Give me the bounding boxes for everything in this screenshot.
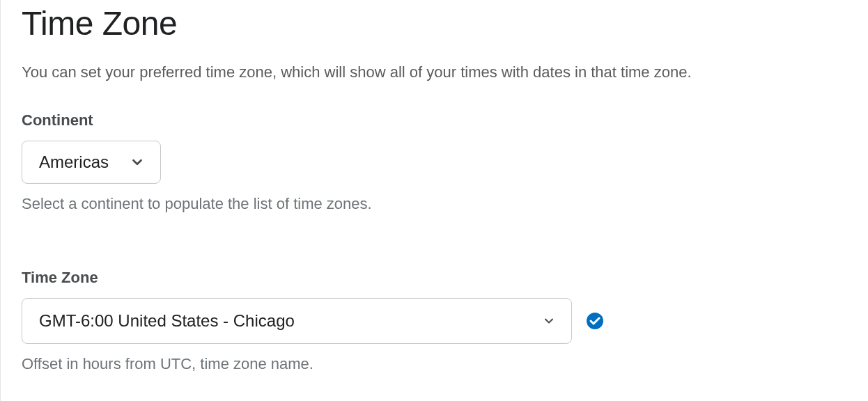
timezone-help-text: Offset in hours from UTC, time zone name…	[22, 355, 868, 373]
continent-field-group: Continent Americas Select a continent to…	[22, 111, 868, 213]
chevron-down-icon	[542, 314, 556, 328]
continent-help-text: Select a continent to populate the list …	[22, 195, 868, 213]
timezone-select-value: GMT-6:00 United States - Chicago	[39, 311, 542, 331]
timezone-select[interactable]: GMT-6:00 United States - Chicago	[22, 298, 572, 344]
continent-select-value: Americas	[39, 152, 116, 172]
timezone-description: You can set your preferred time zone, wh…	[22, 62, 868, 84]
confirm-badge-icon	[586, 312, 604, 330]
page-title: Time Zone	[22, 4, 868, 42]
timezone-label: Time Zone	[22, 269, 868, 287]
continent-label: Continent	[22, 111, 868, 129]
chevron-down-icon	[130, 155, 145, 170]
continent-select[interactable]: Americas	[22, 141, 161, 184]
timezone-field-group: Time Zone GMT-6:00 United States - Chica…	[22, 269, 868, 373]
